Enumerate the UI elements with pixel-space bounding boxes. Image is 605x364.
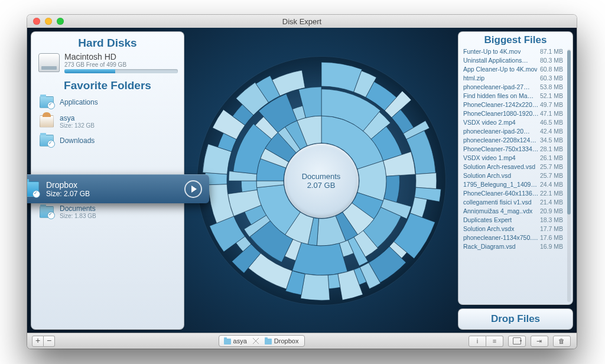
folder-size: Size: 1.83 GB bbox=[60, 213, 96, 219]
file-size: 18.3 MB bbox=[540, 216, 563, 223]
file-name: phonecleaner-2208x1242.psd bbox=[463, 136, 539, 144]
file-size: 25.7 MB bbox=[540, 163, 563, 170]
selected-folder-pill[interactable]: Dropbox Size: 2.07 GB bbox=[27, 174, 209, 203]
folder-name: Documents bbox=[60, 204, 96, 213]
file-name: Solution Arch-resaved.vsd bbox=[463, 163, 535, 170]
biggest-file-row[interactable]: Rack_Diagram.vsd16.9 MB bbox=[463, 242, 571, 251]
breadcrumb[interactable]: asya Dropbox bbox=[219, 335, 305, 347]
biggest-file-row[interactable]: 1795_Belegung_1_140926.vsd24.4 MB bbox=[463, 180, 571, 188]
hard-disks-heading: Hard Disks bbox=[31, 37, 184, 50]
file-name: PhoneCleaner-640x1136.mov bbox=[463, 190, 539, 197]
add-button[interactable]: + bbox=[32, 336, 44, 347]
file-name: Solution Arch.vsdx bbox=[463, 225, 514, 232]
file-name: phonecleaner-1134x750.psd bbox=[463, 234, 539, 241]
file-size: 24.4 MB bbox=[540, 181, 563, 188]
sunburst-segment[interactable] bbox=[241, 181, 257, 192]
trash-button[interactable]: 🗑 bbox=[553, 336, 571, 347]
file-size: 47.1 MB bbox=[540, 110, 563, 117]
biggest-files-panel: Biggest Files Funter-Up to 4K.mov87.1 MB… bbox=[458, 31, 573, 305]
file-size: 26.1 MB bbox=[540, 154, 563, 161]
biggest-file-row[interactable]: Duplicates Expert18.3 MB bbox=[463, 215, 571, 224]
info-button[interactable]: i bbox=[469, 336, 486, 347]
footer-toolbar: + − asya Dropbox i ≡ ⇥ 🗑 bbox=[27, 333, 577, 349]
biggest-file-row[interactable]: PhoneCleaner-640x1136.mov22.1 MB bbox=[463, 188, 571, 197]
list-button[interactable]: ≡ bbox=[486, 336, 503, 347]
sunburst-segment[interactable] bbox=[292, 242, 347, 275]
biggest-file-row[interactable]: Anniņmuižas 4_mag..vdx20.9 MB bbox=[463, 206, 571, 215]
sunburst-segment[interactable] bbox=[300, 274, 329, 300]
file-size: 60.3 MB bbox=[540, 74, 563, 82]
file-size: 42.4 MB bbox=[540, 128, 563, 135]
sunburst-core[interactable]: Documents 2.07 GB bbox=[284, 144, 359, 218]
biggest-file-row[interactable]: Solution Arch.vsdx17.7 MB bbox=[463, 224, 571, 233]
biggest-file-row[interactable]: phonecleaner-ipad-27…53.8 MB bbox=[463, 82, 571, 91]
biggest-file-row[interactable]: collegamenti fisici v1.vsd21.4 MB bbox=[463, 197, 571, 206]
titlebar: Disk Expert bbox=[27, 15, 577, 28]
scan-button[interactable] bbox=[184, 180, 202, 198]
file-name: Duplicates Expert bbox=[463, 216, 512, 223]
check-icon bbox=[47, 140, 55, 148]
disk-usage-bar bbox=[64, 69, 178, 73]
drop-files-label: Drop Files bbox=[491, 313, 540, 325]
rescan-button[interactable] bbox=[508, 336, 526, 347]
biggest-file-row[interactable]: Funter-Up to 4K.mov87.1 MB bbox=[463, 47, 571, 56]
disk-row[interactable]: Macintosh HD 273 GB Free of 499 GB bbox=[31, 51, 184, 77]
file-name: VSDX video 2.mp4 bbox=[463, 119, 516, 126]
file-name: html.zip bbox=[463, 74, 484, 82]
file-size: 17.6 MB bbox=[540, 234, 563, 241]
sunburst-disc[interactable]: Documents 2.07 GB bbox=[197, 57, 445, 305]
folder-icon bbox=[40, 135, 54, 147]
hdd-icon bbox=[38, 53, 60, 72]
window-title: Disk Expert bbox=[27, 17, 577, 26]
export-button[interactable]: ⇥ bbox=[531, 336, 548, 347]
selected-name: Dropbox bbox=[46, 180, 90, 190]
folder-icon bbox=[27, 181, 39, 197]
biggest-file-row[interactable]: VSDX video 2.mp446.5 MB bbox=[463, 118, 571, 126]
file-size: 60.8 MB bbox=[540, 66, 563, 73]
biggest-file-row[interactable]: VSDX video 1.mp426.1 MB bbox=[463, 153, 571, 162]
sunburst-area: Documents 2.07 GB bbox=[188, 31, 454, 330]
file-name: PhoneCleaner1080-1920.mov bbox=[463, 110, 539, 117]
folder-icon bbox=[40, 96, 54, 108]
file-name: phonecleaner-ipad-27… bbox=[463, 83, 530, 90]
biggest-file-row[interactable]: Solution Arch-resaved.vsd25.7 MB bbox=[463, 162, 571, 171]
file-name: PhoneCleaner-750x1334.mov bbox=[463, 145, 539, 152]
check-icon bbox=[47, 102, 55, 109]
core-size: 2.07 GB bbox=[307, 181, 336, 190]
file-name: collegamenti fisici v1.vsd bbox=[463, 199, 532, 206]
biggest-file-row[interactable]: PhoneCleaner-1242x2208.mov49.7 MB bbox=[463, 100, 571, 109]
biggest-file-row[interactable]: html.zip60.3 MB bbox=[463, 73, 571, 82]
file-size: 28.1 MB bbox=[540, 145, 563, 152]
favorite-folder-item[interactable]: Downloads bbox=[37, 132, 178, 150]
sunburst-segment[interactable] bbox=[383, 175, 399, 202]
file-name: Solution Arch.vsd bbox=[463, 172, 511, 179]
file-size: 87.1 MB bbox=[540, 48, 563, 55]
biggest-file-row[interactable]: Solution Arch.vsd25.7 MB bbox=[463, 171, 571, 180]
remove-button[interactable]: − bbox=[44, 336, 55, 347]
biggest-file-row[interactable]: phonecleaner-ipad-20…42.4 MB bbox=[463, 126, 571, 135]
biggest-files-heading: Biggest Files bbox=[458, 34, 573, 46]
file-name: Funter-Up to 4K.mov bbox=[463, 48, 521, 55]
file-size: 21.4 MB bbox=[540, 199, 563, 206]
drop-files-panel[interactable]: Drop Files bbox=[458, 308, 573, 330]
favorite-folder-item[interactable]: asyaSize: 132 GB bbox=[37, 111, 178, 132]
biggest-file-row[interactable]: Uninstall Applications…80.3 MB bbox=[463, 56, 571, 64]
biggest-file-row[interactable]: Find hidden files on Ma…52.1 MB bbox=[463, 91, 571, 100]
recent-folder-item[interactable]: DocumentsSize: 1.83 GB bbox=[37, 202, 178, 222]
scrollbar[interactable] bbox=[567, 49, 571, 302]
file-name: Rack_Diagram.vsd bbox=[463, 243, 516, 250]
home-icon bbox=[40, 115, 54, 128]
biggest-file-row[interactable]: PhoneCleaner1080-1920.mov47.1 MB bbox=[463, 109, 571, 118]
file-name: phonecleaner-ipad-20… bbox=[463, 128, 530, 135]
file-size: 52.1 MB bbox=[540, 92, 563, 99]
app-window: Disk Expert Hard Disks Macintosh HD 273 … bbox=[27, 15, 577, 349]
favorite-folder-item[interactable]: Applications bbox=[37, 93, 178, 111]
sunburst-segment[interactable] bbox=[328, 274, 340, 288]
sunburst-segment[interactable] bbox=[415, 173, 436, 188]
file-size: 22.1 MB bbox=[540, 190, 563, 197]
biggest-file-row[interactable]: PhoneCleaner-750x1334.mov28.1 MB bbox=[463, 144, 571, 153]
file-size: 46.5 MB bbox=[540, 119, 563, 126]
biggest-file-row[interactable]: App Cleaner-Up to 4K.mov60.8 MB bbox=[463, 64, 571, 73]
biggest-file-row[interactable]: phonecleaner-1134x750.psd17.6 MB bbox=[463, 233, 571, 242]
biggest-file-row[interactable]: phonecleaner-2208x1242.psd34.5 MB bbox=[463, 135, 571, 144]
